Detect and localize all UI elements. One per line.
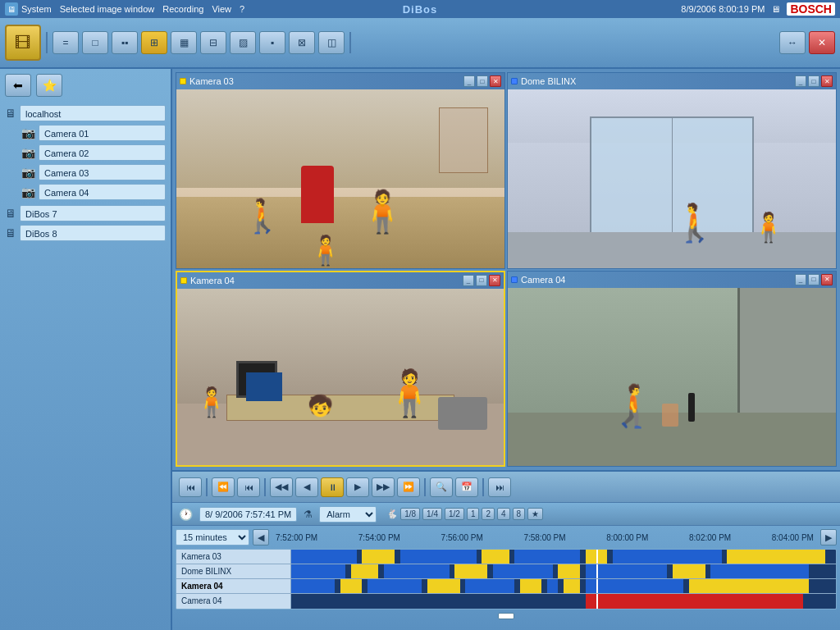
pb-speed-1-4[interactable]: 1/4: [422, 508, 442, 520]
pb-sep4: [482, 478, 484, 496]
pb-speed-8[interactable]: 8: [513, 508, 526, 520]
cam2-title: Dome BILINX: [521, 76, 792, 86]
pb-frame-rev-btn[interactable]: ◀: [295, 477, 318, 497]
sidebar-back-btn[interactable]: ⬅: [5, 74, 31, 97]
toolbar: 🎞 = □ ▪▪ ⊞ ▦ ⊟ ▨ ▪ ⊠ ◫ ↔ ✕: [0, 18, 840, 69]
cam4-scene: 🚶: [508, 288, 836, 467]
cam1-minimize[interactable]: _: [463, 75, 475, 87]
cam1-scene: 🚶 🧍 🧍: [176, 89, 504, 268]
pb-skip-start-btn[interactable]: ⏮: [179, 477, 202, 497]
cam3-minimize[interactable]: _: [463, 275, 474, 286]
cam3-close[interactable]: ✕: [489, 275, 500, 286]
timeline-track-kamera03[interactable]: [291, 550, 836, 564]
timeline-row-kamera03[interactable]: Kamera 03: [176, 550, 836, 564]
timeline-range-select[interactable]: 15 minutes 30 minutes 1 hour: [176, 529, 249, 546]
tb-btn-alt3[interactable]: ◫: [318, 31, 345, 54]
cam2-maximize[interactable]: □: [808, 75, 819, 87]
tb-btn-quad[interactable]: ⊞: [141, 31, 167, 54]
tree-item-dibos7[interactable]: 🖥 DiBos 7: [5, 205, 166, 221]
cam2-indicator: [511, 78, 518, 84]
pb-speed-1-8[interactable]: 1/8: [400, 508, 420, 520]
tb-btn-close[interactable]: ✕: [809, 31, 835, 54]
tb-btn-9[interactable]: ⊟: [200, 31, 226, 54]
cam4-title: Camera 04: [521, 275, 792, 285]
pb-rabbit-icon: 🐇: [386, 509, 398, 519]
camera-window-kamera04[interactable]: Kamera 04 _ □ ✕: [176, 271, 505, 468]
pb-speed-1-2[interactable]: 1/2: [445, 508, 464, 520]
pb-frame-fwd-btn[interactable]: ▶: [346, 477, 369, 497]
timeline-scrubber-handle[interactable]: [498, 613, 514, 619]
tree-item-camera04[interactable]: 📷 Camera 04: [5, 184, 166, 200]
pb-speed-controls: 🐇 1/8 1/4 1/2 1 2 4 8 ★: [386, 508, 543, 520]
pb-prev-btn[interactable]: ⏪: [212, 477, 235, 497]
tb-btn-equals[interactable]: =: [52, 31, 79, 54]
pb-speed-2[interactable]: 2: [482, 508, 495, 520]
tb-btn-6[interactable]: ▦: [171, 31, 197, 54]
time-1: 7:52:00 PM: [276, 533, 317, 542]
tree-item-camera03[interactable]: 📷 Camera 03: [5, 164, 166, 180]
cam2-close[interactable]: ✕: [821, 75, 833, 87]
cam4-close[interactable]: ✕: [821, 274, 833, 285]
cam1-close[interactable]: ✕: [490, 75, 501, 87]
cam1-maximize[interactable]: □: [477, 75, 488, 87]
pb-slow-rev-btn[interactable]: ◀◀: [270, 477, 293, 497]
timeline-next-btn[interactable]: ▶: [820, 529, 837, 546]
tree-item-camera01[interactable]: 📷 Camera 01: [5, 125, 166, 141]
menu-view[interactable]: View: [212, 4, 231, 14]
cam1-controls: _ □ ✕: [463, 75, 501, 87]
camera-window-kamera03[interactable]: Kamera 03 _ □ ✕ 🚶: [176, 72, 505, 269]
sidebar: ⬅ ⭐ 🖥 localhost 📷 Camera 01 📷 Camera 02 …: [0, 69, 172, 630]
device-tree: 🖥 localhost 📷 Camera 01 📷 Camera 02 📷 Ca…: [5, 105, 166, 241]
cam2-scene: 🚶 🧍: [508, 89, 836, 268]
sidebar-star-btn[interactable]: ⭐: [36, 74, 62, 97]
cam4-minimize[interactable]: _: [795, 274, 806, 285]
film-icon-btn[interactable]: 🎞: [5, 25, 41, 61]
timeline-prev-btn[interactable]: ◀: [253, 529, 269, 546]
cam4-controls: _ □ ✕: [795, 274, 833, 285]
tree-label-camera01: Camera 01: [39, 125, 166, 141]
timeline-track-kamera04[interactable]: [291, 579, 836, 593]
cam3-indicator: [180, 277, 187, 284]
pb-play-btn[interactable]: ▶▶: [372, 477, 395, 497]
camera-window-camera04[interactable]: Camera 04 _ □ ✕: [507, 271, 837, 468]
pb-speed-star[interactable]: ★: [527, 508, 543, 520]
menu-system[interactable]: System: [21, 4, 52, 14]
cam3-title: Kamera 04: [190, 276, 459, 285]
pb-pause-btn[interactable]: ⏸: [321, 477, 344, 497]
pb-speed-1[interactable]: 1: [467, 508, 480, 520]
timeline-row-dome[interactable]: Dome BILINX: [176, 564, 836, 579]
pb-cal-btn[interactable]: 📅: [455, 477, 478, 497]
tb-btn-dual[interactable]: ▪▪: [112, 31, 138, 54]
camera-titlebar-kamera03: Kamera 03 _ □ ✕: [176, 73, 504, 89]
menu-selected-image-window[interactable]: Selected image window: [60, 4, 155, 14]
pb-fast-fwd-btn[interactable]: ⏩: [397, 477, 420, 497]
pb-datetime-display: 8/ 9/2006 7:57:41 PM: [199, 507, 297, 522]
cam3-maximize[interactable]: □: [476, 275, 487, 286]
cam4-maximize[interactable]: □: [808, 274, 819, 285]
tb-btn-single[interactable]: □: [82, 31, 108, 54]
app-title: DiBos: [403, 3, 438, 16]
menu-recording[interactable]: Recording: [162, 4, 203, 14]
tree-item-localhost[interactable]: 🖥 localhost: [5, 105, 166, 121]
pb-filter-select[interactable]: Alarm Motion All: [319, 506, 377, 523]
tb-btn-16[interactable]: ▨: [230, 31, 256, 54]
menu-help[interactable]: ?: [240, 4, 244, 14]
tb-btn-alt2[interactable]: ⊠: [289, 31, 315, 54]
timeline-track-camera04[interactable]: [291, 594, 836, 609]
tree-item-dibos8[interactable]: 🖥 DiBos 8: [5, 225, 166, 241]
timeline-label-camera04: Camera 04: [176, 594, 291, 609]
camera-titlebar-camera04: Camera 04 _ □ ✕: [508, 272, 836, 288]
pb-zoom-btn[interactable]: 🔍: [430, 477, 453, 497]
tree-item-camera02[interactable]: 📷 Camera 02: [5, 144, 166, 161]
pb-speed-4[interactable]: 4: [497, 508, 510, 520]
cam2-minimize[interactable]: _: [795, 75, 806, 87]
cam4-feed: 🚶: [508, 288, 836, 467]
timeline-row-camera04[interactable]: Camera 04: [176, 594, 836, 609]
tb-btn-swap[interactable]: ↔: [779, 31, 806, 54]
pb-fast-rev-btn[interactable]: ⏮: [237, 477, 260, 497]
timeline-track-dome[interactable]: [291, 564, 836, 578]
camera-window-dome-bilinx[interactable]: Dome BILINX _ □ ✕: [507, 72, 837, 269]
tb-btn-alt1[interactable]: ▪: [259, 31, 285, 54]
pb-skip-end-btn[interactable]: ⏭: [488, 477, 511, 497]
timeline-row-kamera04[interactable]: Kamera 04: [176, 579, 836, 594]
